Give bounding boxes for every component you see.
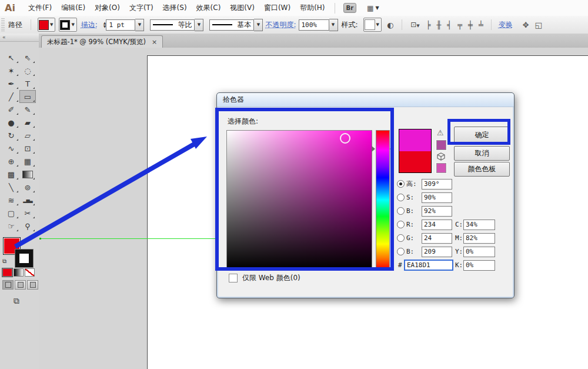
gradient-mode-button[interactable]	[14, 268, 24, 277]
align-horizontal-left-icon[interactable]: ╞	[426, 21, 431, 29]
value-field-4[interactable]: 24	[422, 233, 452, 244]
tool-blob-brush-tool[interactable]: ●	[3, 116, 19, 129]
align-to-selection-dropdown[interactable]: ⊡▼	[410, 21, 419, 29]
tool-mesh-tool[interactable]: ▩	[3, 168, 19, 181]
in-gamut-swatch[interactable]	[436, 140, 446, 150]
menu-item-8[interactable]: 帮助(H)	[295, 1, 329, 15]
tool-blend-tool[interactable]: ⊚	[19, 181, 36, 194]
menu-item-4[interactable]: 选择(S)	[158, 1, 192, 15]
brush-definition-dropdown[interactable]: 基本	[209, 19, 254, 31]
tool-magic-wand-tool[interactable]: ✶	[3, 64, 19, 77]
draw-inside-button[interactable]	[27, 280, 38, 290]
tool-eyedropper-tool[interactable]: ╲	[3, 181, 19, 194]
menu-item-0[interactable]: 文件(F)	[24, 1, 56, 15]
radio-1[interactable]	[397, 194, 405, 201]
default-fill-stroke-icon[interactable]: ⧉	[2, 258, 6, 265]
isolate-selection-icon[interactable]: ◱	[535, 21, 542, 29]
radio-5[interactable]	[397, 248, 405, 255]
tool-paintbrush-tool[interactable]: ✐	[3, 103, 19, 116]
tool-type-tool[interactable]: T	[19, 77, 36, 90]
web-colors-only-checkbox[interactable]	[229, 274, 238, 282]
out-of-gamut-warning-icon[interactable]: ⚠	[437, 128, 444, 137]
tool-shape-builder-tool[interactable]: ⊕	[3, 155, 19, 168]
radio-4[interactable]	[397, 234, 405, 242]
close-icon[interactable]: ×	[152, 38, 157, 46]
align-horizontal-center-icon[interactable]: ╫	[437, 21, 442, 29]
dialog-title-bar[interactable]: 拾色器	[217, 93, 514, 107]
width-profile-dropdown[interactable]: 等比	[150, 19, 195, 31]
value-field-2[interactable]: 92%	[422, 206, 452, 217]
stroke-weight-dropdown-button[interactable]: ▼	[135, 19, 144, 31]
tool-pencil-tool[interactable]: ✎	[19, 103, 36, 116]
opacity-field[interactable]: 100%	[299, 19, 329, 31]
menu-item-2[interactable]: 对象(O)	[90, 1, 125, 15]
tool-artboard-tool[interactable]: ▢	[3, 207, 19, 220]
document-tab[interactable]: 未标题-1* @ 99% (CMYK/预览) ×	[41, 35, 163, 48]
web-safe-swatch[interactable]	[436, 163, 446, 173]
stroke-proxy[interactable]	[15, 250, 33, 267]
align-vertical-top-icon[interactable]: ╤	[457, 21, 462, 29]
transform-panel-link[interactable]: 变换	[499, 20, 513, 30]
radio-2[interactable]	[397, 207, 405, 215]
menu-item-1[interactable]: 编辑(E)	[56, 1, 90, 15]
tool-rotate-tool[interactable]: ↻	[3, 129, 19, 142]
stroke-color-dropdown[interactable]: ▼	[59, 18, 76, 32]
workspace-switcher-button[interactable]: ▦ ▼	[367, 4, 379, 12]
color-swatches-button[interactable]: 颜色色板	[454, 162, 510, 177]
none-mode-button[interactable]	[25, 268, 35, 277]
bridge-button[interactable]: Br	[343, 3, 357, 13]
fit-artboard-icon[interactable]: ✥	[523, 21, 529, 29]
tool-eraser-tool[interactable]: ▰	[19, 116, 36, 129]
panel-collapse-button[interactable]: «	[0, 34, 39, 42]
tool-rectangle-tool[interactable]: ▭	[19, 90, 36, 103]
align-vertical-center-icon[interactable]: ╪	[468, 21, 473, 29]
cancel-button[interactable]: 取消	[454, 146, 510, 161]
menu-item-6[interactable]: 视图(V)	[225, 1, 259, 15]
tool-scale-tool[interactable]: ▱	[19, 129, 36, 142]
menu-item-7[interactable]: 窗口(W)	[259, 1, 295, 15]
menu-item-5[interactable]: 效果(C)	[192, 1, 226, 15]
tool-selection-tool[interactable]: ↖	[3, 51, 19, 64]
recolor-artwork-icon[interactable]: ◐	[387, 21, 393, 29]
style-dropdown[interactable]: ▼	[363, 18, 382, 32]
tool-width-tool[interactable]: ∿	[3, 142, 19, 155]
tool-line-segment-tool[interactable]: ╱	[3, 90, 19, 103]
tool-gradient-tool[interactable]: ▒	[19, 168, 36, 181]
brush-definition-dropdown-button[interactable]: ▼	[254, 19, 263, 31]
draw-behind-button[interactable]	[15, 280, 26, 290]
radio-3[interactable]	[397, 221, 405, 228]
swap-fill-stroke-icon[interactable]: ↪	[31, 234, 35, 240]
cmyk-field-3[interactable]: 34%	[463, 220, 495, 230]
opacity-panel-link[interactable]: 不透明度:	[265, 20, 296, 30]
tool-hand-tool[interactable]: ☞	[3, 220, 19, 232]
opacity-dropdown-button[interactable]: ▼	[329, 19, 338, 31]
stroke-panel-link[interactable]: 描边:	[81, 20, 98, 30]
value-field-0[interactable]: 309°	[422, 179, 452, 190]
tool-lasso-tool[interactable]: ◌	[19, 64, 36, 77]
tool-perspective-grid-tool[interactable]: ▦	[19, 155, 36, 168]
align-horizontal-right-icon[interactable]: ╡	[447, 21, 452, 29]
cmyk-field-5[interactable]: 0%	[463, 247, 495, 257]
tool-direct-selection-tool[interactable]: ⇖	[19, 51, 36, 64]
width-profile-dropdown-button[interactable]: ▼	[195, 19, 203, 31]
radio-0[interactable]	[397, 180, 405, 188]
align-vertical-bottom-icon[interactable]: ╧	[479, 21, 483, 29]
value-field-5[interactable]: 209	[422, 247, 452, 257]
value-field-3[interactable]: 234	[422, 220, 452, 230]
tool-column-graph-tool[interactable]: ▂▅▃	[19, 194, 36, 207]
fill-color-dropdown[interactable]: ▼	[38, 18, 55, 32]
color-mode-button[interactable]	[2, 268, 12, 277]
menu-item-3[interactable]: 文字(T)	[125, 1, 158, 15]
tool-zoom-tool[interactable]: ⚲	[19, 220, 36, 232]
stroke-weight-field[interactable]: 1 pt	[106, 19, 135, 31]
value-field-1[interactable]: 90%	[422, 192, 452, 203]
tool-symbol-sprayer-tool[interactable]: ≋	[3, 194, 19, 207]
tool-free-transform-tool[interactable]: ⊡	[19, 142, 36, 155]
draw-normal-button[interactable]	[2, 280, 14, 290]
hex-field[interactable]: EA18D1	[404, 260, 453, 271]
tool-pen-tool[interactable]: ✒	[3, 77, 19, 90]
tool-slice-tool[interactable]: ✂	[19, 207, 36, 220]
cmyk-field-6[interactable]: 0%	[463, 260, 495, 271]
cmyk-field-4[interactable]: 82%	[463, 233, 495, 244]
screen-mode-button[interactable]: ⧉	[8, 295, 25, 307]
